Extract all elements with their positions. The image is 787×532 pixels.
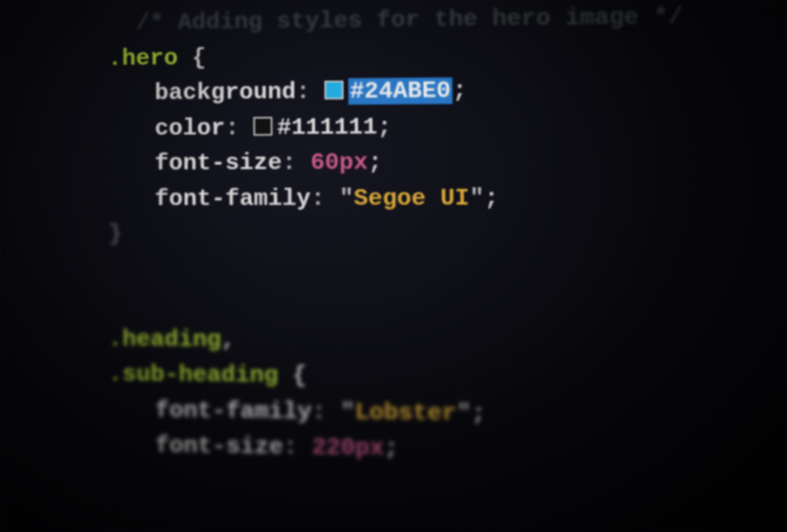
quote: "	[340, 398, 355, 425]
semicolon: ;	[368, 149, 383, 176]
brace-open: {	[192, 45, 206, 71]
decl-color: color: #111111;	[108, 108, 787, 146]
hex-value-selected[interactable]: #24ABE0	[348, 78, 453, 105]
number-value: 220	[312, 434, 355, 462]
brace-open: {	[293, 362, 307, 389]
semicolon: ;	[453, 77, 467, 104]
selector-dot: .	[108, 361, 122, 387]
hex-value: #111111	[277, 114, 378, 141]
quote: "	[340, 185, 354, 211]
comment-line: /* Adding styles for the hero image */	[108, 0, 787, 41]
colon: :	[296, 78, 310, 105]
decl-background: background: #24ABE0;	[108, 71, 787, 111]
colon: :	[310, 185, 325, 211]
quote: "	[457, 400, 471, 427]
string-value: Lobster	[355, 398, 457, 426]
selector-heading: heading	[122, 326, 221, 353]
colon: :	[312, 398, 327, 425]
color-swatch-icon[interactable]	[254, 117, 273, 135]
quote: "	[470, 185, 484, 211]
comma: ,	[221, 326, 236, 353]
property-fontfamily: font-family	[155, 397, 312, 425]
selector-dot: .	[108, 45, 121, 71]
property-background: background	[154, 78, 296, 106]
selector-line-hero: .hero {	[108, 35, 787, 75]
selector-dot: .	[108, 325, 122, 351]
unit-value: px	[355, 434, 384, 461]
decl-fontsize: font-size: 60px;	[108, 144, 787, 181]
selector-hero: hero	[122, 45, 178, 71]
brace-close-line: }	[108, 217, 787, 252]
brace-close: }	[108, 221, 122, 247]
property-fontsize: font-size	[155, 432, 284, 461]
property-fontfamily: font-family	[154, 185, 310, 212]
property-color: color	[154, 115, 225, 141]
decl-fontfamily: font-family: "Segoe UI";	[108, 181, 787, 216]
unit-value: px	[339, 149, 368, 176]
semicolon: ;	[484, 185, 499, 211]
decl-fontfamily2: font-family: "Lobster";	[108, 393, 787, 434]
comment-text: /* Adding styles for the hero image */	[136, 3, 684, 36]
colon: :	[284, 434, 298, 461]
string-value: Segoe UI	[354, 185, 470, 211]
colon: :	[225, 115, 240, 141]
selector-subheading: sub-heading	[122, 361, 278, 389]
selector-line-subheading: .sub-heading {	[108, 357, 787, 398]
selector-line-heading: .heading,	[108, 322, 787, 361]
decl-fontsize2: font-size: 220px;	[108, 428, 787, 471]
semicolon: ;	[471, 400, 486, 427]
property-fontsize: font-size	[154, 150, 282, 177]
semicolon: ;	[377, 114, 392, 141]
number-value: 60	[310, 149, 339, 176]
colon: :	[282, 149, 297, 176]
semicolon: ;	[384, 435, 399, 462]
color-swatch-icon[interactable]	[324, 81, 344, 100]
code-editor[interactable]: /* Adding styles for the hero image */ .…	[0, 0, 787, 472]
